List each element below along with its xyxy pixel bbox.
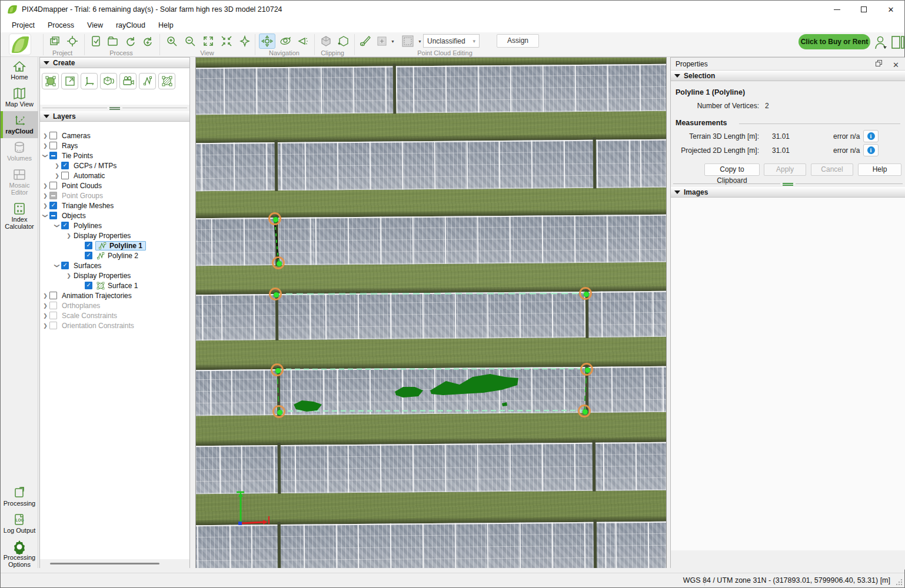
orbit-tool-button[interactable] xyxy=(277,34,294,49)
layer-item-scale-constraints[interactable]: ❯Scale Constraints xyxy=(40,310,189,320)
pan-tool-button[interactable] xyxy=(259,34,275,49)
chevron-right-icon[interactable]: ❯ xyxy=(42,193,48,199)
layer-checkbox[interactable] xyxy=(49,202,57,209)
maximize-button[interactable] xyxy=(850,1,877,18)
layer-checkbox[interactable] xyxy=(49,132,57,139)
menu-project[interactable]: Project xyxy=(6,19,40,31)
new-surface-button[interactable] xyxy=(42,73,59,89)
layer-checkbox[interactable] xyxy=(49,212,57,219)
menu-help[interactable]: Help xyxy=(153,19,179,31)
undock-panel-icon[interactable] xyxy=(876,60,883,67)
layer-checkbox[interactable] xyxy=(85,252,92,259)
layer-checkbox[interactable] xyxy=(49,142,57,149)
layer-item-cameras[interactable]: ❯Cameras xyxy=(40,131,189,141)
layer-item-polylines[interactable]: ❯Polylines xyxy=(40,220,189,230)
rail-item-processing[interactable]: Processing xyxy=(1,483,38,510)
focus-selection-button[interactable] xyxy=(218,34,235,49)
close-button[interactable]: ✕ xyxy=(877,1,904,18)
chevron-right-icon[interactable]: ❯ xyxy=(42,313,48,319)
layer-item-point-clouds[interactable]: ❯Point Clouds xyxy=(40,181,189,191)
reoptimize-button[interactable] xyxy=(139,34,156,49)
gcp-manager-button[interactable] xyxy=(64,34,81,49)
layer-checkbox[interactable] xyxy=(61,222,69,229)
reprocess-button[interactable] xyxy=(122,34,139,49)
chevron-down-icon[interactable]: ❯ xyxy=(54,263,60,269)
layer-checkbox[interactable] xyxy=(61,162,69,169)
pce-edit-densified-button[interactable] xyxy=(357,34,373,49)
classification-select[interactable]: Unclassified ▾ xyxy=(423,34,480,48)
chevron-right-icon[interactable]: ❯ xyxy=(54,173,60,179)
chevron-down-icon[interactable]: ❯ xyxy=(42,213,48,219)
layers-section-header[interactable]: Layers xyxy=(40,111,189,122)
selection-images-splitter[interactable] xyxy=(671,180,905,187)
rail-item-raycloud[interactable]: rayCloud xyxy=(1,111,38,138)
rail-item-log-output[interactable]: LOGLog Output xyxy=(1,510,38,537)
layer-checkbox[interactable] xyxy=(85,242,92,249)
rail-item-processing-options[interactable]: Processing Options xyxy=(1,537,38,572)
chevron-right-icon[interactable]: ❯ xyxy=(42,323,48,329)
layer-item-triangle-meshes[interactable]: ❯Triangle Meshes xyxy=(40,201,189,211)
layer-item-point-groups[interactable]: ❯Point Groups xyxy=(40,191,189,201)
layer-item-polyline-1[interactable]: Polyline 1 xyxy=(40,240,189,250)
layer-checkbox[interactable] xyxy=(49,322,57,329)
create-section-header[interactable]: Create xyxy=(40,58,189,68)
layer-checkbox[interactable] xyxy=(49,292,57,299)
clipping-box-button[interactable] xyxy=(318,34,334,49)
layer-checkbox[interactable] xyxy=(49,192,57,199)
layer-item-gcps-mtps[interactable]: ❯GCPs / MTPs xyxy=(40,161,189,171)
chevron-right-icon[interactable]: ❯ xyxy=(42,203,48,209)
pix4d-home-button[interactable] xyxy=(9,34,31,55)
layer-checkbox[interactable] xyxy=(49,302,57,309)
layer-item-objects[interactable]: ❯Objects xyxy=(40,211,189,220)
layer-item-surface-1[interactable]: Surface 1 xyxy=(40,280,189,290)
menu-raycloud[interactable]: rayCloud xyxy=(111,19,151,31)
chevron-right-icon[interactable]: ❯ xyxy=(66,273,72,279)
new-animation-trajectory-button[interactable] xyxy=(119,73,137,89)
pce-select-tool-arrow[interactable]: ▼ xyxy=(391,39,395,44)
pce-region-tool-dropdown[interactable] xyxy=(400,34,415,49)
resize-grip[interactable] xyxy=(896,579,903,586)
new-scale-constraint-button[interactable] xyxy=(81,73,98,89)
layer-item-orthoplanes[interactable]: ❯Orthoplanes xyxy=(40,300,189,310)
chevron-right-icon[interactable]: ❯ xyxy=(42,133,48,139)
zoom-out-button[interactable] xyxy=(182,34,198,49)
pce-select-tool-dropdown[interactable] xyxy=(375,34,389,49)
menu-view[interactable]: View xyxy=(82,19,108,31)
rail-item-map-view[interactable]: Map View xyxy=(1,84,38,111)
processing-steps-button[interactable] xyxy=(88,34,104,49)
zoom-in-button[interactable] xyxy=(164,34,180,49)
layer-item-rays[interactable]: ❯Rays xyxy=(40,141,189,151)
chevron-right-icon[interactable]: ❯ xyxy=(66,233,72,239)
chevron-right-icon[interactable]: ❯ xyxy=(54,163,60,169)
layer-item-tie-points[interactable]: ❯Tie Points xyxy=(40,151,189,161)
panel-layout-button[interactable] xyxy=(891,35,904,51)
chevron-right-icon[interactable]: ❯ xyxy=(42,143,48,149)
look-around-tool-button[interactable] xyxy=(295,34,311,49)
layer-item-surfaces[interactable]: ❯Surfaces xyxy=(40,260,189,270)
minimize-button[interactable] xyxy=(823,1,850,18)
cancel-button[interactable]: Cancel xyxy=(811,163,853,176)
selection-section-header[interactable]: Selection xyxy=(671,71,905,81)
layer-item-animation-trajectories[interactable]: ❯Animation Trajectories xyxy=(40,290,189,300)
project-images-button[interactable] xyxy=(46,34,63,49)
edit-clipping-button[interactable] xyxy=(335,34,352,49)
layer-checkbox[interactable] xyxy=(61,172,69,179)
pce-region-tool-arrow[interactable]: ▼ xyxy=(418,39,422,44)
rail-item-volumes[interactable]: Volumes xyxy=(1,138,38,165)
layers-horizontal-scrollbar[interactable] xyxy=(40,559,189,568)
create-layers-splitter[interactable] xyxy=(40,105,189,111)
chevron-down-icon[interactable]: ❯ xyxy=(42,153,48,159)
images-section-header[interactable]: Images xyxy=(671,187,905,198)
new-orthoplane-button[interactable] xyxy=(61,73,78,89)
layer-item-orientation-constraints[interactable]: ❯Orientation Constraints xyxy=(40,320,189,330)
help-button[interactable]: Help xyxy=(858,163,901,176)
menu-process[interactable]: Process xyxy=(42,19,79,31)
chevron-right-icon[interactable]: ❯ xyxy=(42,303,48,309)
rail-item-mosaic-editor[interactable]: Mosaic Editor xyxy=(1,165,38,199)
close-panel-icon[interactable]: ✕ xyxy=(893,59,899,72)
layer-item-polyline-2[interactable]: Polyline 2 xyxy=(40,250,189,260)
layer-checkbox[interactable] xyxy=(61,262,69,269)
chevron-right-icon[interactable]: ❯ xyxy=(42,183,48,189)
chevron-down-icon[interactable]: ❯ xyxy=(54,223,60,229)
open-results-folder-button[interactable] xyxy=(105,34,121,49)
